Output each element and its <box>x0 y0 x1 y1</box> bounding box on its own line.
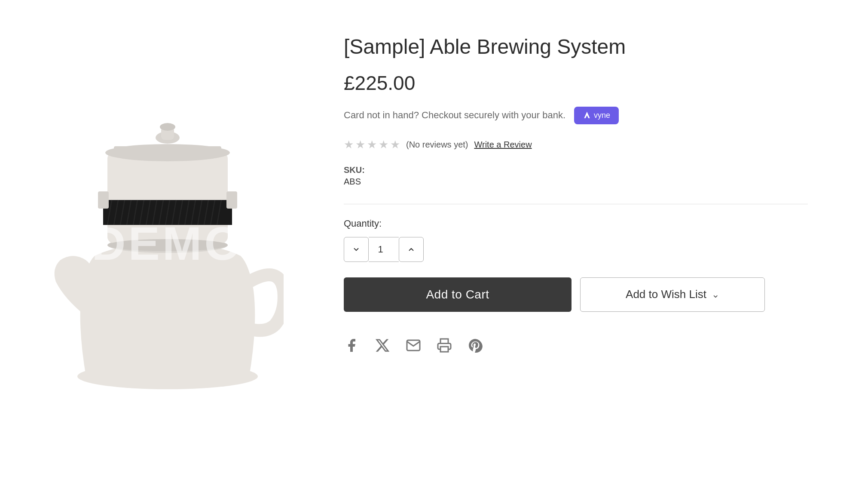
star-2: ★ <box>355 138 365 151</box>
product-image-section: DEMO <box>26 17 309 469</box>
svg-rect-30 <box>440 347 448 352</box>
email-share-icon[interactable] <box>406 338 421 353</box>
checkout-banner: Card not in hand? Checkout securely with… <box>344 107 808 124</box>
quantity-controls <box>344 237 808 262</box>
stars-container: ★ ★ ★ ★ ★ <box>344 138 400 151</box>
quantity-input[interactable] <box>369 237 399 262</box>
svg-rect-25 <box>114 146 221 155</box>
reviews-row: ★ ★ ★ ★ ★ (No reviews yet) Write a Revie… <box>344 138 808 151</box>
product-title: [Sample] Able Brewing System <box>344 34 808 59</box>
print-share-icon[interactable] <box>437 338 452 353</box>
svg-rect-23 <box>226 191 237 209</box>
svg-point-28 <box>160 123 175 131</box>
quantity-increase-button[interactable] <box>399 237 424 262</box>
wishlist-chevron-icon: ⌄ <box>712 289 719 300</box>
checkout-text: Card not in hand? Checkout securely with… <box>344 110 565 121</box>
vyne-label: vyne <box>594 111 610 120</box>
social-share-row <box>344 333 808 353</box>
chevron-up-icon <box>407 246 415 253</box>
twitter-share-icon[interactable] <box>375 338 390 353</box>
quantity-label: Quantity: <box>344 218 808 229</box>
star-4: ★ <box>379 138 388 151</box>
pinterest-share-icon[interactable] <box>468 338 483 353</box>
chevron-down-icon <box>352 246 360 253</box>
star-3: ★ <box>367 138 377 151</box>
product-image <box>52 67 284 419</box>
write-review-link[interactable]: Write a Review <box>474 140 532 150</box>
vyne-logo-icon <box>583 111 591 120</box>
quantity-decrease-button[interactable] <box>344 237 369 262</box>
add-to-wishlist-label: Add to Wish List <box>626 288 706 301</box>
facebook-share-icon[interactable] <box>344 338 359 353</box>
star-1: ★ <box>344 138 354 151</box>
action-buttons: Add to Cart Add to Wish List ⌄ <box>344 277 808 312</box>
vyne-button[interactable]: vyne <box>574 107 619 124</box>
star-5: ★ <box>390 138 400 151</box>
svg-rect-22 <box>98 191 109 209</box>
divider <box>344 204 808 204</box>
svg-point-29 <box>107 239 228 251</box>
product-page: DEMO [Sample] Able Brewing System £225.0… <box>0 0 868 486</box>
product-price: £225.00 <box>344 71 808 95</box>
quantity-section: Quantity: <box>344 218 808 262</box>
sku-section: SKU: ABS <box>344 165 808 187</box>
sku-label: SKU: <box>344 165 808 175</box>
product-image-container: DEMO <box>34 49 301 437</box>
sku-value: ABS <box>344 177 808 187</box>
add-to-wishlist-button[interactable]: Add to Wish List ⌄ <box>580 277 765 312</box>
add-to-cart-button[interactable]: Add to Cart <box>344 277 572 312</box>
svg-rect-2 <box>107 153 228 243</box>
reviews-label: (No reviews yet) <box>406 140 468 150</box>
product-details-section: [Sample] Able Brewing System £225.00 Car… <box>309 17 842 469</box>
